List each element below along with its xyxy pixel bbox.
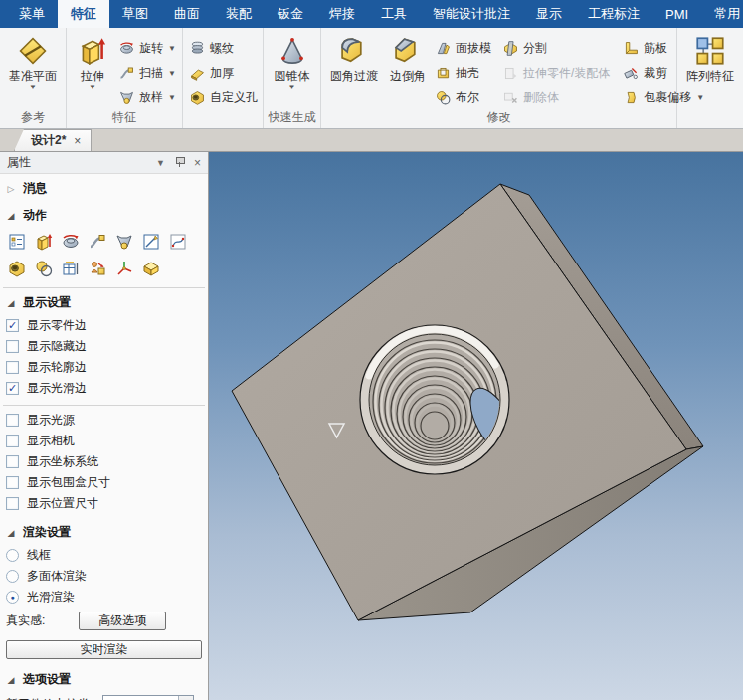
menu-item-engineering-annotation[interactable]: 工程标注 [575,0,652,28]
stretch-part-icon [501,64,519,82]
menu-item-sketch[interactable]: 草图 [109,0,161,28]
chevron-down-icon[interactable]: ▼ [156,158,165,168]
close-icon[interactable]: × [74,134,81,148]
loft-icon[interactable] [112,230,135,253]
radio-wireframe[interactable]: 线框 [0,545,208,566]
radio-button[interactable] [6,570,19,583]
section-options-settings[interactable]: ◢ 选项设置 [0,661,208,692]
checkbox-show-position-dims[interactable]: 显示位置尺寸 [0,493,208,514]
radio-polyhedron-render[interactable]: 多面体渲染 [0,566,208,587]
hole-icon[interactable] [5,257,28,279]
divider [3,405,205,406]
shell-button[interactable]: 抽壳 [434,62,491,84]
group-label-quick-primitives: 快速生成图素 [264,109,320,128]
pattern-feature-button[interactable]: 阵列特征 [682,31,738,85]
thicken-button[interactable]: 加厚 [188,62,258,84]
revolve-icon [117,39,135,57]
radio-smooth-render[interactable]: ● 光滑渲染 [0,587,208,608]
advanced-options-button[interactable]: 高级选项 [79,612,166,630]
checkbox-show-lights[interactable]: 显示光源 [0,410,208,431]
checkbox-show-smooth-edges[interactable]: ✓ 显示光滑边 [0,378,208,399]
split-button[interactable]: 分割 [501,37,610,59]
dimension-table-icon[interactable] [59,257,82,279]
menu-item-menu[interactable]: 菜单 [6,0,58,28]
section-display-settings[interactable]: ◢ 显示设置 [0,292,208,315]
coordinate-axis-icon[interactable] [112,257,135,279]
chevron-down-icon: ▼ [89,83,96,91]
ribbon-group-modify: 圆角过渡 边倒角 面拔模 抽壳 布尔 [321,28,677,128]
checkbox-show-bounding-box-dims[interactable]: 显示包围盒尺寸 [0,472,208,493]
checkbox[interactable]: ✓ [6,319,19,332]
rib-icon [622,39,640,57]
realtime-render-button[interactable]: 实时渲染 [6,640,202,659]
chamfer-button[interactable]: 边倒角 [386,31,430,85]
radio-button[interactable]: ● [6,591,19,604]
checkbox-show-part-edges[interactable]: ✓ 显示零件边 [0,315,208,336]
checkbox[interactable] [6,497,19,510]
section-action[interactable]: ◢ 动作 [0,201,208,228]
sketch-edit-icon[interactable] [139,230,162,253]
form-editor-icon[interactable] [5,230,28,253]
square-nut-model[interactable] [209,152,743,700]
copy-instance-icon[interactable] [86,257,108,279]
menu-item-smart-annotation[interactable]: 智能设计批注 [420,0,523,28]
boolean-button[interactable]: 布尔 [434,87,491,108]
checkbox[interactable]: ✓ [6,382,19,395]
document-tab-label: 设计2* [31,132,66,149]
divider [3,287,205,288]
checkbox[interactable] [6,361,19,374]
checkbox-show-coordinate-system[interactable]: 显示坐标系统 [0,451,208,472]
extrude-button[interactable]: 拉伸 ▼ [72,31,113,93]
menu-item-feature[interactable]: 特征 [58,0,109,28]
thread-button[interactable]: 螺纹 [188,37,258,59]
menu-item-common[interactable]: 常用 [701,0,743,28]
ribbon-group-reference: 基准平面 ▼ 参考 [0,28,67,128]
datum-plane-button[interactable]: 基准平面 ▼ [5,31,61,93]
delete-body-button[interactable]: 删除体 [501,87,610,108]
kernel-select[interactable]: Parasolid ▼ [102,695,194,700]
document-tab-design2[interactable]: 设计2* × [14,129,92,151]
checkbox[interactable] [6,414,19,427]
sweep-icon[interactable] [86,230,108,253]
extrude-icon[interactable] [32,230,55,253]
checkbox[interactable] [6,435,19,447]
menu-bar: 菜单 特征 草图 曲面 装配 钣金 焊接 工具 智能设计批注 显示 工程标注 P… [0,0,743,28]
checkbox-show-camera[interactable]: 显示相机 [0,431,208,451]
menu-item-display[interactable]: 显示 [523,0,575,28]
checkbox[interactable] [6,340,19,353]
wrap-offset-icon [622,88,640,106]
face-draft-icon [434,39,452,57]
group-label-reference: 参考 [0,109,66,128]
close-icon[interactable]: × [194,156,201,170]
sweep-button[interactable]: 扫描 ▼ [117,62,176,84]
menu-item-assembly[interactable]: 装配 [213,0,265,28]
face-draft-button[interactable]: 面拔模 [434,37,491,59]
stretch-part-button[interactable]: 拉伸零件/装配体 [501,62,610,84]
custom-hole-button[interactable]: 自定义孔 [188,87,258,108]
block-icon[interactable] [139,257,162,279]
checkbox-show-hidden-edges[interactable]: 显示隐藏边 [0,336,208,357]
menu-item-sheetmetal[interactable]: 钣金 [265,0,316,28]
sketch-icon[interactable] [166,230,189,253]
radio-button[interactable] [6,549,19,562]
fillet-button[interactable]: 圆角过渡 [326,31,382,85]
menu-item-tools[interactable]: 工具 [368,0,420,28]
checkbox-show-outline-edges[interactable]: 显示轮廓边 [0,357,208,378]
ribbon-group-feature2: 螺纹 加厚 自定义孔 [183,28,264,128]
revolve-button[interactable]: 旋转 ▼ [117,37,176,59]
menu-item-surface[interactable]: 曲面 [161,0,213,28]
3d-viewport[interactable] [209,152,743,700]
pin-icon[interactable] [175,157,184,168]
chevron-down-icon: ▼ [288,83,296,91]
revolve-icon[interactable] [59,230,82,253]
realism-label: 真实感: [6,612,45,629]
checkbox[interactable] [6,476,19,489]
menu-item-pmi[interactable]: PMI [652,0,701,28]
checkbox[interactable] [6,455,19,468]
menu-item-welding[interactable]: 焊接 [316,0,368,28]
loft-button[interactable]: 放样 ▼ [117,87,176,108]
cone-button[interactable]: 圆锥体 ▼ [271,31,314,93]
section-render-settings[interactable]: ◢ 渲染设置 [0,514,208,545]
thread-icon[interactable] [32,257,55,279]
section-message[interactable]: ▷ 消息 [0,174,208,201]
